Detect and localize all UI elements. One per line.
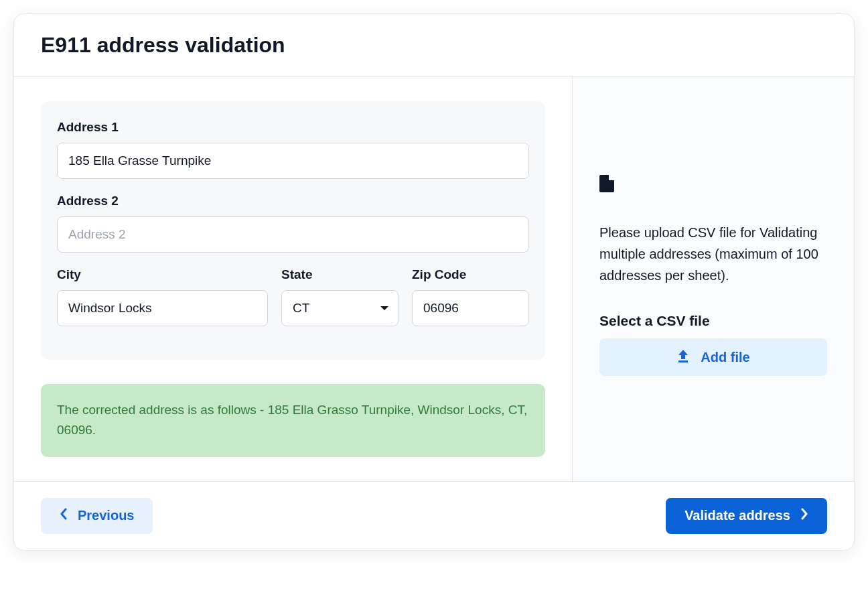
upload-icon [676,348,690,367]
left-panel: Address 1 Address 2 City State [14,77,573,481]
add-file-label: Add file [701,350,749,365]
page-title: E911 address validation [41,33,827,58]
field-zip: Zip Code [412,267,529,341]
previous-label: Previous [78,508,134,523]
footer: Previous Validate address [14,481,854,550]
chevron-left-icon [60,508,67,523]
label-city: City [57,267,268,282]
file-icon [599,175,827,195]
field-city: City [57,267,268,326]
corrected-address-alert: The corrected address is as follows - 18… [41,384,545,457]
field-state: State [281,267,399,326]
input-address1[interactable] [57,143,529,179]
input-address2[interactable] [57,216,529,253]
validate-label: Validate address [684,508,790,523]
alert-message: The corrected address is as follows - 18… [57,403,527,437]
upload-description: Please upload CSV file for Validating mu… [599,222,827,286]
form-panel: Address 1 Address 2 City State [41,101,545,360]
svg-rect-0 [678,360,688,362]
select-state-wrap [281,290,399,326]
row-city-state-zip: City State Zip Code [57,267,529,341]
select-state[interactable] [281,290,399,326]
input-city[interactable] [57,290,268,326]
label-zip: Zip Code [412,267,529,282]
chevron-right-icon [801,508,808,523]
previous-button[interactable]: Previous [41,498,153,534]
label-address2: Address 2 [57,194,529,208]
input-zip[interactable] [412,290,529,326]
validate-address-button[interactable]: Validate address [666,498,827,534]
label-address1: Address 1 [57,120,529,135]
add-file-button[interactable]: Add file [599,338,827,376]
label-state: State [281,267,399,282]
field-address1: Address 1 [57,120,529,179]
right-panel: Please upload CSV file for Validating mu… [573,77,854,481]
select-csv-label: Select a CSV file [599,313,827,329]
content: Address 1 Address 2 City State [14,77,854,481]
card: E911 address validation Address 1 Addres… [13,13,855,551]
header: E911 address validation [14,14,854,77]
field-address2: Address 2 [57,194,529,253]
